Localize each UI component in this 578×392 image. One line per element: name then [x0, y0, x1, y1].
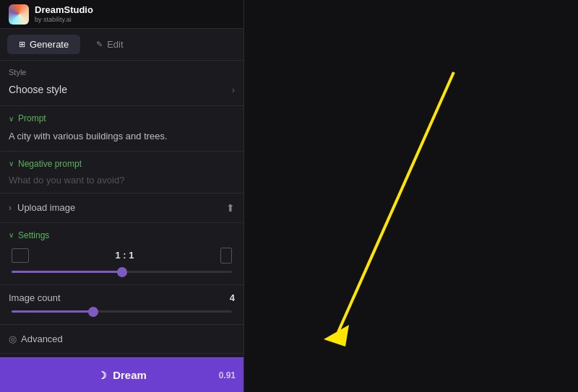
upload-left: › Upload image	[9, 202, 75, 213]
negative-prompt-placeholder[interactable]: What do you want to avoid?	[9, 175, 235, 186]
chevron-right-icon: ›	[232, 84, 235, 95]
settings-label: Settings	[18, 230, 49, 240]
svg-marker-1	[324, 325, 349, 347]
edit-icon: ✎	[96, 40, 103, 49]
prompt-chevron-icon: ∨	[9, 115, 14, 123]
upload-label: Upload image	[17, 202, 75, 213]
image-count-slider-track	[12, 310, 232, 313]
logo-icon	[9, 4, 29, 25]
dream-button-label: Dream	[113, 369, 147, 381]
moon-icon: ☽	[98, 370, 107, 381]
style-section-label: Style	[9, 68, 235, 77]
aspect-ratio-slider-fill	[12, 271, 122, 273]
app-name: DreamStudio	[35, 4, 93, 16]
settings-section: ∨ Settings 1 : 1	[0, 223, 243, 285]
style-section: Style Choose style ›	[0, 61, 243, 106]
settings-chevron-icon: ∨	[9, 231, 14, 239]
advanced-label: Advanced	[21, 334, 63, 344]
svg-line-0	[338, 72, 454, 332]
generate-icon: ⊞	[19, 40, 25, 49]
aspect-ratio-slider-track	[12, 271, 232, 273]
prompt-label: Prompt	[18, 113, 46, 123]
advanced-section[interactable]: ◎ Advanced	[0, 325, 243, 354]
landscape-icon	[12, 248, 29, 263]
image-count-value: 4	[230, 292, 235, 303]
negative-prompt-label: Negative prompt	[18, 159, 82, 169]
main-area	[244, 0, 578, 392]
settings-header[interactable]: ∨ Settings	[9, 230, 235, 240]
style-value: Choose style	[9, 84, 67, 95]
dream-btn-inner: ☽ Dream	[0, 369, 244, 381]
portrait-icon	[220, 248, 232, 263]
image-count-section: Image count 4	[0, 285, 243, 325]
image-count-slider-thumb[interactable]	[88, 307, 98, 317]
tab-generate[interactable]: ⊞ Generate	[7, 35, 80, 54]
aspect-ratio-slider-thumb[interactable]	[117, 267, 127, 277]
negative-prompt-section: ∨ Negative prompt What do you want to av…	[0, 152, 243, 193]
tab-edit-label: Edit	[107, 39, 123, 50]
expand-icon: ›	[9, 203, 12, 213]
upload-section[interactable]: › Upload image ⬆	[0, 193, 243, 223]
negative-prompt-chevron-icon: ∨	[9, 160, 14, 167]
tab-generate-label: Generate	[30, 39, 69, 50]
arrow-annotation	[244, 0, 578, 392]
sidebar-content: Style Choose style › ∨ Prompt A city wit…	[0, 61, 243, 357]
negative-prompt-header[interactable]: ∨ Negative prompt	[9, 159, 235, 169]
style-chooser[interactable]: Choose style ›	[9, 81, 235, 98]
logo-text: DreamStudio by stability.ai	[35, 4, 93, 23]
aspect-ratio-slider-container	[9, 269, 235, 277]
image-count-slider-container	[9, 309, 235, 317]
dream-button[interactable]: ☽ Dream 0.91	[0, 357, 244, 392]
image-count-label: Image count	[9, 292, 61, 303]
upload-action-icon: ⬆	[226, 202, 235, 214]
app-subtitle: by stability.ai	[35, 16, 93, 24]
prompt-value[interactable]: A city with various buildings and trees.	[9, 129, 235, 144]
tab-bar: ⊞ Generate ✎ Edit	[0, 29, 243, 61]
app-header: DreamStudio by stability.ai	[0, 0, 243, 29]
prompt-header[interactable]: ∨ Prompt	[9, 113, 235, 123]
aspect-ratio-value: 1 : 1	[115, 250, 134, 261]
aspect-ratio-row: 1 : 1	[9, 248, 235, 263]
dream-credit: 0.91	[219, 370, 236, 380]
image-count-row: Image count 4	[9, 292, 235, 303]
tab-edit[interactable]: ✎ Edit	[85, 35, 134, 54]
eye-icon: ◎	[9, 334, 17, 344]
sidebar: DreamStudio by stability.ai ⊞ Generate ✎…	[0, 0, 244, 392]
image-count-slider-fill	[12, 310, 93, 313]
prompt-section: ∨ Prompt A city with various buildings a…	[0, 106, 243, 152]
